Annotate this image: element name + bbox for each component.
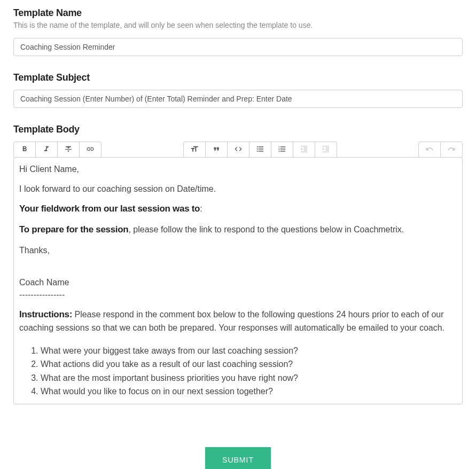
list-item: What would you like to focus on in our n… bbox=[41, 385, 457, 397]
body-thanks-blank bbox=[19, 256, 457, 269]
body-fieldwork-colon: : bbox=[200, 204, 202, 213]
body-instructions-bold: Instructions: bbox=[19, 309, 72, 319]
body-fieldwork: Your fieldwork from our last session was… bbox=[19, 202, 457, 216]
body-instructions-text: Please respond in the comment box below … bbox=[19, 310, 444, 332]
numbered-list-button[interactable] bbox=[271, 142, 293, 158]
body-greeting: Hi Client Name, bbox=[19, 163, 457, 175]
body-coach: Coach Name bbox=[19, 276, 457, 288]
toolbar-group-format bbox=[13, 142, 102, 158]
redo-button[interactable] bbox=[440, 142, 463, 158]
body-fieldwork-bold: Your fieldwork from our last session was… bbox=[19, 204, 200, 214]
toolbar-group-block bbox=[183, 142, 337, 158]
quote-button[interactable] bbox=[205, 142, 228, 158]
template-subject-input[interactable] bbox=[13, 90, 463, 108]
outdent-button[interactable] bbox=[293, 142, 315, 158]
body-prepare: To prepare for the session, please follo… bbox=[19, 223, 457, 237]
italic-icon bbox=[42, 145, 51, 155]
template-name-description: This is the name of the template, and wi… bbox=[13, 21, 463, 29]
bold-button[interactable] bbox=[13, 142, 36, 158]
strikethrough-button[interactable] bbox=[57, 142, 80, 158]
body-divider: ---------------- bbox=[19, 288, 457, 301]
list-item: What were your biggest take aways from o… bbox=[41, 345, 457, 357]
body-instructions: Instructions: Please respond in the comm… bbox=[19, 308, 457, 334]
body-thanks: Thanks, bbox=[19, 244, 457, 256]
outdent-icon bbox=[300, 145, 308, 155]
list-item: What are the most important business pri… bbox=[41, 372, 457, 384]
body-prepare-text: , please follow the link to respond to t… bbox=[128, 225, 404, 234]
bullet-list-button[interactable] bbox=[249, 142, 271, 158]
submit-button[interactable]: SUBMIT bbox=[205, 447, 271, 469]
bullet-list-icon bbox=[256, 145, 264, 155]
code-button[interactable] bbox=[227, 142, 249, 158]
text-size-icon bbox=[190, 145, 199, 155]
undo-icon bbox=[425, 145, 434, 155]
indent-button[interactable] bbox=[315, 142, 337, 158]
template-name-input[interactable] bbox=[13, 38, 463, 56]
toolbar-group-history bbox=[418, 142, 463, 158]
redo-icon bbox=[447, 145, 456, 155]
text-size-button[interactable] bbox=[183, 142, 206, 158]
template-name-label: Template Name bbox=[13, 7, 463, 19]
link-button[interactable] bbox=[79, 142, 102, 158]
bold-icon bbox=[20, 145, 29, 155]
numbered-list-icon bbox=[278, 145, 286, 155]
template-body-label: Template Body bbox=[13, 124, 463, 135]
undo-button[interactable] bbox=[418, 142, 441, 158]
link-icon bbox=[86, 145, 95, 155]
strikethrough-icon bbox=[64, 145, 73, 155]
indent-icon bbox=[322, 145, 330, 155]
list-item: What actions did you take as a result of… bbox=[41, 358, 457, 370]
quote-icon bbox=[212, 145, 221, 155]
code-icon bbox=[234, 145, 243, 155]
template-body-editor[interactable]: Hi Client Name, I look forward to our co… bbox=[13, 157, 463, 404]
body-intro: I look forward to our coaching session o… bbox=[19, 183, 457, 195]
body-questions-list: What were your biggest take aways from o… bbox=[19, 345, 457, 397]
template-subject-label: Template Subject bbox=[13, 72, 463, 83]
body-prepare-bold: To prepare for the session bbox=[19, 224, 128, 234]
italic-button[interactable] bbox=[35, 142, 58, 158]
editor-toolbar bbox=[13, 142, 463, 158]
